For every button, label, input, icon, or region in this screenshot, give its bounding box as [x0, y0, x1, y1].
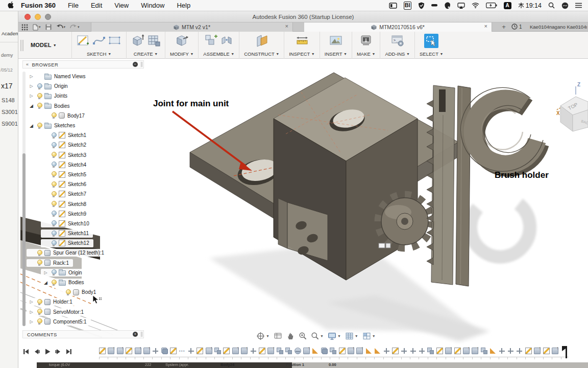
plane-icon[interactable] [255, 34, 268, 49]
visibility-bulb-icon[interactable] [52, 269, 56, 275]
menubar-item-window[interactable]: Window [141, 2, 164, 9]
extrude-feature-icon[interactable] [206, 348, 212, 354]
sketch-feature-icon[interactable] [223, 348, 230, 354]
browser-item-label[interactable]: Bodies [68, 280, 84, 285]
visibility-bulb-icon[interactable] [52, 201, 56, 207]
browser-item-label[interactable]: Sketch7 [68, 191, 86, 197]
sketch-feature-icon[interactable] [170, 348, 177, 354]
visibility-bulb-icon[interactable] [52, 132, 56, 139]
extrude-feature-icon[interactable] [267, 348, 274, 354]
browser-scrollbar-track[interactable] [22, 72, 26, 326]
browser-item-named-views[interactable]: ▷Named Views [27, 72, 144, 81]
bracket-body[interactable] [278, 198, 328, 261]
go-to-start-button[interactable] [22, 348, 30, 357]
visibility-bulb-icon[interactable] [37, 250, 42, 256]
zoom-window-button[interactable] [45, 14, 51, 20]
browser-item-joints[interactable]: ▷Joints [27, 91, 144, 101]
visibility-bulb-icon[interactable] [52, 171, 56, 177]
browser-item-origin[interactable]: ▷Origin [27, 268, 144, 278]
move-feature-icon[interactable] [516, 348, 523, 354]
visibility-bulb-icon[interactable] [52, 112, 56, 119]
browser-item-body17[interactable]: Body17 [27, 111, 144, 121]
pattern-feature-icon[interactable] [179, 348, 186, 354]
browser-item-sketch9[interactable]: Sketch9 [27, 209, 144, 219]
fit-tool-icon[interactable]: ▼ [311, 332, 324, 340]
close-tab-icon[interactable]: × [285, 23, 288, 29]
user-account-label[interactable]: Kae0104nagano Kae0104r... [530, 24, 587, 30]
extrude-feature-icon[interactable] [463, 348, 470, 354]
add-comment-icon[interactable]: + [133, 332, 138, 337]
bi-status-icon[interactable]: BI [404, 2, 411, 10]
tree-expanded-icon[interactable]: ◢ [28, 123, 35, 128]
ribbon-group-label[interactable]: INSERT ▼ [325, 51, 347, 58]
menubar-clock[interactable]: 19:14 [518, 2, 542, 9]
ribbon-group-label[interactable]: ASSEMBLE ▼ [203, 51, 234, 58]
browser-item-label[interactable]: Body1 [82, 289, 96, 295]
timeline-ruler[interactable] [99, 357, 569, 359]
extrude-feature-icon[interactable] [303, 348, 310, 354]
ribbon-group-label[interactable]: SKETCH ▼ [87, 51, 111, 58]
new-component-icon[interactable] [204, 34, 217, 49]
3d-viewport[interactable]: Joint for main unit Brush holder Z X TOP… [18, 59, 588, 361]
brush-holder-body[interactable] [456, 86, 543, 286]
minimize-window-button[interactable] [35, 14, 41, 20]
visibility-bulb-icon[interactable] [52, 142, 56, 148]
scripts-icon[interactable]: >_ [391, 34, 404, 49]
visibility-bulb-icon[interactable] [37, 93, 42, 99]
tree-collapsed-icon[interactable]: ▷ [28, 300, 35, 304]
visibility-bulb-icon[interactable] [37, 83, 42, 89]
spur-gear-body[interactable] [378, 195, 431, 248]
rectangle-icon[interactable] [108, 34, 121, 49]
rack-body[interactable] [427, 85, 455, 285]
measure-icon[interactable] [296, 34, 309, 49]
visibility-bulb-icon[interactable] [66, 289, 70, 295]
visibility-bulb-icon[interactable] [37, 318, 42, 325]
browser-item-bodies[interactable]: ◢Bodies [27, 101, 144, 111]
shield-status-icon[interactable] [418, 2, 425, 10]
fillet-feature-icon[interactable] [312, 348, 318, 354]
browser-item-label[interactable]: Sketch6 [68, 181, 86, 187]
pan-tool-icon[interactable] [286, 332, 295, 340]
tree-collapsed-icon[interactable]: ▷ [42, 270, 49, 275]
browser-item-sketch7[interactable]: Sketch7 [27, 189, 144, 199]
browser-item-sketch6[interactable]: Sketch6 [27, 179, 144, 189]
panel-resize-handle[interactable] [141, 332, 142, 337]
panel-toggle-icon[interactable]: − [133, 62, 138, 67]
browser-item-rack-1[interactable]: Rack:1 [27, 258, 144, 268]
visibility-bulb-icon[interactable] [37, 123, 42, 129]
ribbon-group-label[interactable]: MAKE ▼ [357, 51, 376, 58]
browser-item-label[interactable]: Sketch8 [68, 201, 86, 207]
sketch-feature-icon[interactable] [543, 348, 550, 354]
orbit-tool-icon[interactable]: ▼ [256, 332, 270, 340]
visibility-bulb-icon[interactable] [52, 211, 56, 217]
ribbon-group-label[interactable]: MODIFY ▼ [170, 51, 193, 58]
browser-item-label[interactable]: Body17 [67, 113, 85, 119]
browser-item-label[interactable]: Rack:1 [53, 260, 69, 266]
viewcube[interactable]: Z X TOP BAC [556, 79, 588, 138]
sketch-feature-icon[interactable] [259, 348, 265, 354]
grid-snaps-tool-icon[interactable]: ▼ [345, 332, 358, 340]
browser-item-label[interactable]: Component5:1 [53, 319, 87, 325]
visibility-bulb-icon[interactable] [37, 260, 42, 266]
battery-status-icon[interactable] [486, 2, 497, 10]
browser-item-label[interactable]: Sketch9 [68, 211, 86, 217]
lattice-icon[interactable] [147, 34, 160, 49]
dash-status-icon[interactable] [431, 2, 437, 10]
tree-collapsed-icon[interactable]: ▷ [28, 319, 35, 324]
joint-feature-icon[interactable] [277, 348, 283, 354]
ribbon-group-label[interactable]: SELECT ▼ [420, 51, 443, 58]
ribbon-group-label[interactable]: CREATE ▼ [134, 51, 158, 58]
tree-collapsed-icon[interactable]: ▷ [28, 74, 35, 79]
joint-feature-icon[interactable] [285, 348, 292, 354]
browser-item-sketch3[interactable]: Sketch3 [27, 150, 144, 160]
visibility-bulb-icon[interactable] [52, 280, 56, 286]
comments-panel-header[interactable]: COMMENTS + [22, 330, 144, 338]
joint-icon[interactable] [220, 34, 233, 49]
browser-item-sketch8[interactable]: Sketch8 [27, 199, 144, 209]
browser-item-label[interactable]: Sketch11 [68, 231, 89, 236]
browser-item-label[interactable]: Sketch1 [68, 132, 86, 138]
combine-feature-icon[interactable] [321, 348, 328, 354]
tree-expanded-icon[interactable]: ◢ [28, 103, 35, 108]
visibility-bulb-icon[interactable] [37, 309, 42, 315]
browser-item-label[interactable]: Sketch10 [68, 221, 89, 226]
